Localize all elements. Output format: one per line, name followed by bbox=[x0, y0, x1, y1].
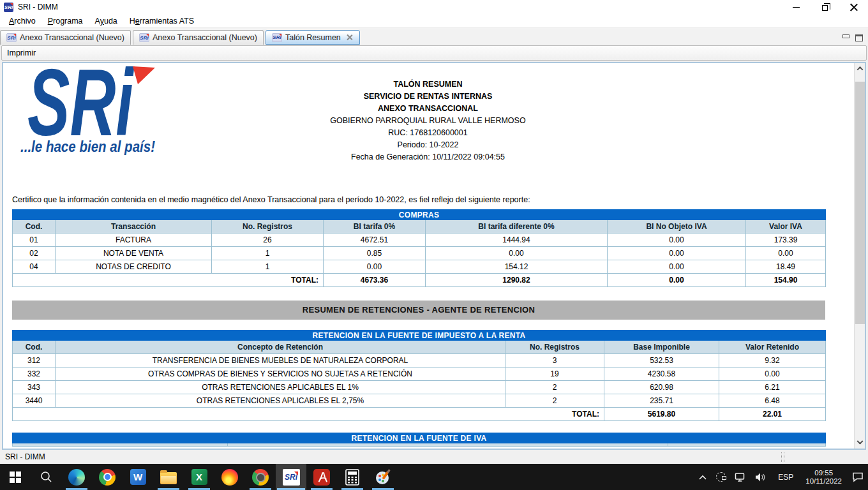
menu-bar: Archivo Programa Ayuda Herramientas ATS bbox=[0, 14, 868, 28]
title-bar: SRi SRI - DIMM bbox=[0, 0, 868, 14]
table-row: 3440 OTRAS RETENCIONES APLICABLES EL 2,7… bbox=[13, 394, 826, 408]
imprimir-button[interactable]: Imprimir bbox=[1, 45, 867, 61]
window-controls bbox=[782, 0, 868, 14]
tray-sync-button[interactable] bbox=[712, 464, 730, 490]
renta-title: RETENCION EN LA FUENTE DE IMPUESTO A LA … bbox=[13, 330, 826, 341]
cell: 0.00 bbox=[324, 260, 426, 274]
clipped-header-row bbox=[13, 443, 826, 447]
report-period: Periodo: 10-2022 bbox=[3, 139, 853, 151]
taskbar-clock[interactable]: 09:55 10/11/2022 bbox=[800, 464, 848, 490]
tab-label: Anexo Transaccional (Nuevo) bbox=[153, 33, 257, 42]
cell: 532.53 bbox=[604, 354, 719, 368]
scroll-up-button[interactable] bbox=[855, 63, 865, 74]
network-icon bbox=[735, 472, 746, 482]
language-indicator[interactable]: ESP bbox=[772, 464, 800, 490]
vertical-scrollbar[interactable] bbox=[854, 63, 865, 449]
cell: OTRAS COMPRAS DE BIENES Y SERVICIOS NO S… bbox=[56, 368, 505, 381]
cell: 332 bbox=[13, 368, 56, 381]
restore-button[interactable] bbox=[811, 0, 839, 14]
scrollbar-thumb[interactable] bbox=[855, 82, 865, 324]
tab-label: Talón Resumen bbox=[285, 33, 341, 42]
cell: 0.00 bbox=[608, 260, 746, 274]
taskbar-acrobat[interactable] bbox=[306, 464, 337, 490]
menu-programa[interactable]: Programa bbox=[44, 15, 87, 27]
compras-title: COMPRAS bbox=[13, 210, 826, 220]
table-row: 312 TRANSFERENCIA DE BIENES MUEBLES DE N… bbox=[13, 354, 826, 368]
table-row: 343 OTRAS RETENCIONES APLICABLES EL 1% 2… bbox=[13, 381, 826, 394]
cell: 0.00 bbox=[608, 234, 746, 247]
cell: 2 bbox=[505, 394, 604, 408]
tray-network-button[interactable] bbox=[730, 464, 751, 490]
chevron-up-icon bbox=[698, 474, 707, 480]
table-row: 02 NOTA DE VENTA 1 0.85 0.00 0.00 0.00 bbox=[13, 247, 826, 260]
col-header: Cod. bbox=[13, 220, 56, 234]
taskbar-chrome-profile[interactable] bbox=[245, 464, 276, 490]
clock-time: 09:55 bbox=[805, 469, 842, 477]
cell: 620.98 bbox=[604, 381, 719, 394]
col-header: Valor Retenido bbox=[719, 341, 826, 354]
action-center-button[interactable] bbox=[848, 464, 868, 490]
cell: 0.00 bbox=[746, 247, 826, 260]
menu-ayuda[interactable]: Ayuda bbox=[91, 15, 121, 27]
view-maximize-icon[interactable] bbox=[855, 34, 863, 41]
word-icon: W bbox=[130, 469, 146, 485]
sri-icon: SRi bbox=[283, 469, 300, 486]
minimize-button[interactable] bbox=[782, 0, 811, 14]
menu-archivo[interactable]: Archivo bbox=[5, 15, 40, 27]
cell: 18.49 bbox=[746, 260, 826, 274]
taskbar-excel[interactable]: X bbox=[184, 464, 214, 490]
view-minimize-icon[interactable] bbox=[842, 34, 850, 41]
total-cell: 22.01 bbox=[719, 408, 826, 421]
minimize-icon bbox=[793, 7, 800, 8]
taskbar-firefox[interactable] bbox=[214, 464, 245, 490]
acrobat-icon bbox=[313, 469, 330, 486]
certification-text: Certifico que la información contenida e… bbox=[12, 195, 530, 204]
retenciones-section-header: RESUMEN DE RETENCIONES - AGENTE DE RETEN… bbox=[12, 301, 825, 320]
taskbar-search-button[interactable] bbox=[31, 464, 61, 490]
taskbar-paint[interactable] bbox=[368, 464, 398, 490]
close-button[interactable] bbox=[839, 0, 868, 14]
col-header: No. Registros bbox=[212, 220, 324, 234]
tab-bar: SRi Anexo Transaccional (Nuevo) SRi Anex… bbox=[0, 28, 868, 45]
cell: 235.71 bbox=[604, 394, 719, 408]
cell: 01 bbox=[13, 234, 56, 247]
report-view: SRi ...le hace bien al país! TALÓN RESUM… bbox=[2, 62, 866, 450]
taskbar-sri-dimm[interactable]: SRi bbox=[276, 464, 306, 490]
report-taxpayer: GOBIERNO PARROQUIAL RURAL VALLE HERMOSO bbox=[3, 115, 853, 127]
start-icon bbox=[10, 471, 21, 483]
col-header: Transacción bbox=[56, 220, 212, 234]
taskbar-file-explorer[interactable] bbox=[153, 464, 184, 490]
action-center-icon bbox=[852, 471, 864, 482]
start-button[interactable] bbox=[0, 464, 31, 490]
cell: 4672.51 bbox=[324, 234, 426, 247]
cell: NOTAS DE CREDITO bbox=[56, 260, 212, 274]
tray-overflow-button[interactable] bbox=[694, 464, 712, 490]
taskbar-chrome[interactable] bbox=[92, 464, 123, 490]
cell: 19 bbox=[505, 368, 604, 381]
total-cell: 4673.36 bbox=[324, 274, 426, 287]
chrome-profile-icon bbox=[252, 469, 269, 486]
tab-talon-resumen[interactable]: SRi Talón Resumen bbox=[266, 30, 360, 45]
menu-herramientas-ats[interactable]: Herramientas ATS bbox=[126, 15, 198, 27]
cell: 1 bbox=[212, 247, 324, 260]
scroll-down-button[interactable] bbox=[855, 438, 865, 449]
table-row: 332 OTRAS COMPRAS DE BIENES Y SERVICIOS … bbox=[13, 368, 826, 381]
file-explorer-icon bbox=[160, 472, 177, 484]
tray-volume-button[interactable] bbox=[751, 464, 772, 490]
taskbar-calculator[interactable] bbox=[337, 464, 368, 490]
excel-icon: X bbox=[191, 469, 207, 485]
tab-close-icon[interactable] bbox=[345, 33, 354, 41]
tab-anexo-transaccional-2[interactable]: SRi Anexo Transaccional (Nuevo) bbox=[133, 30, 264, 45]
imprimir-label: Imprimir bbox=[7, 48, 36, 57]
taskbar-word[interactable]: W bbox=[123, 464, 153, 490]
volume-icon bbox=[755, 472, 767, 482]
report-ruc: RUC: 1768120600001 bbox=[3, 127, 853, 139]
cell: OTRAS RETENCIONES APLICABLES EL 2,75% bbox=[56, 394, 505, 408]
cell: TRANSFERENCIA DE BIENES MUEBLES DE NATUR… bbox=[56, 354, 505, 368]
cell: 0.00 bbox=[426, 247, 608, 260]
tab-anexo-transaccional-1[interactable]: SRi Anexo Transaccional (Nuevo) bbox=[0, 30, 131, 45]
col-header: BI No Objeto IVA bbox=[608, 220, 746, 234]
chrome-icon bbox=[99, 469, 116, 486]
col-header: BI tarifa 0% bbox=[324, 220, 426, 234]
taskbar-edge[interactable] bbox=[61, 464, 92, 490]
